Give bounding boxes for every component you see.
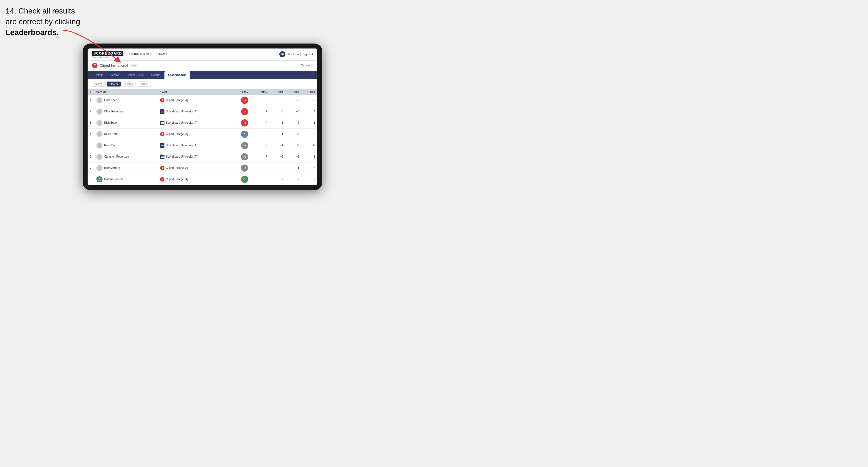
cell-total: +1 [229, 140, 251, 151]
cell-rank: 2 [88, 106, 94, 117]
cell-team: Scoreboard University [A] [158, 106, 229, 117]
cell-team: Scoreboard University [A] [158, 140, 229, 151]
svg-point-15 [98, 180, 100, 181]
svg-point-6 [99, 133, 100, 134]
score-badge: +11 [241, 176, 248, 183]
cell-total: +9 [229, 162, 251, 174]
cell-rd1: +2 [270, 174, 286, 185]
tablet-screen: SCOREBOARD Powered by clippd TOURNAMENTS… [88, 49, 317, 185]
score-badge: -2 [241, 119, 248, 126]
table-row: 6Cameron RobertsonScoreboard University … [88, 151, 317, 162]
cell-rank: 5 [88, 140, 94, 151]
table-row: 7Blair McHargCClippd College [A]+9F+2+1+… [88, 162, 317, 174]
team-name: Scoreboard University [A] [166, 110, 197, 113]
cell-player: Chris Robertson [94, 106, 158, 117]
player-name: Elliot Ebert [104, 99, 117, 102]
tab-teams[interactable]: Teams [107, 71, 123, 79]
cell-rd3: E [301, 140, 317, 151]
tab-course-setup[interactable]: Course Setup [123, 71, 147, 79]
cell-player: Cameron Robertson [94, 151, 158, 162]
score-badge: +6 [241, 153, 248, 160]
player-name: Chris Robertson [104, 110, 124, 113]
cell-thru: F [250, 140, 270, 151]
filter-players[interactable]: Players [106, 82, 121, 87]
cell-total: +11 [229, 174, 251, 185]
cell-total: -4 [229, 106, 251, 117]
cell-player: David Ford [94, 128, 158, 140]
svg-point-10 [99, 155, 100, 157]
team-name: Scoreboard University [A] [166, 121, 197, 124]
page-wrapper: 14. Check all results are correct by cli… [5, 5, 863, 190]
cell-rd3: +3 [301, 128, 317, 140]
svg-point-14 [99, 178, 100, 179]
player-avatar [96, 143, 102, 149]
player-name: Marcus Turners [104, 178, 123, 181]
cell-player: Marcus Turners [94, 174, 158, 185]
table-row: 4David FordCClippd College [A]EF+1-4+3 [88, 128, 317, 140]
team-name: Scoreboard University [A] [166, 144, 197, 147]
team-name: Clippd College [A] [166, 99, 188, 102]
cell-team: Scoreboard University [A] [158, 151, 229, 162]
table-row: 3Rich ButlerScoreboard University [A]-2F… [88, 117, 317, 128]
user-name: Test User | [287, 53, 301, 56]
top-nav: SCOREBOARD Powered by clippd TOURNAMENTS… [88, 49, 317, 61]
table-row: 8Marcus TurnersCClippd College [A]+11F+2… [88, 174, 317, 185]
table-row: 1Elliot EbertCClippd College [A]-8F+3-6-… [88, 95, 317, 106]
table-row: 2Chris RobertsonScoreboard University [A… [88, 106, 317, 117]
team-logo-clippd: C [160, 177, 164, 182]
score-badge: +1 [241, 142, 248, 149]
cell-rd1: +1 [270, 117, 286, 128]
nav-teams[interactable]: TEAMS [157, 52, 167, 57]
nav-tournaments[interactable]: TOURNAMENTS [129, 52, 152, 57]
cell-rd2: -6 [285, 95, 301, 106]
player-name: Cameron Robertson [104, 155, 129, 158]
cell-thru: F [250, 106, 270, 117]
leaderboard-table: # PLAYER TEAM TOTAL THRU RD1 RD2 RD3 1El… [88, 89, 317, 185]
cell-rd1: +3 [270, 95, 286, 106]
cell-thru: F [250, 128, 270, 140]
tab-leaderboards[interactable]: Leaderboards [164, 71, 190, 79]
cell-thru: F [250, 95, 270, 106]
filter-strokes[interactable]: Strokes [137, 82, 152, 87]
cell-thru: F [250, 162, 270, 174]
team-name: Scoreboard University [A] [166, 155, 197, 158]
col-thru: THRU [250, 89, 270, 95]
cell-rd1: +1 [270, 140, 286, 151]
cell-thru: F [250, 174, 270, 185]
col-rd2: RD2 [285, 89, 301, 95]
col-total: TOTAL [229, 89, 251, 95]
col-rank: # [88, 89, 94, 95]
cell-rd2: -4 [285, 128, 301, 140]
cancel-button[interactable]: Cancel ✕ [301, 64, 313, 67]
player-avatar [96, 165, 102, 171]
filter-teams[interactable]: Teams [92, 82, 105, 87]
cell-rank: 7 [88, 162, 94, 174]
team-logo-clippd: C [160, 166, 164, 170]
svg-point-0 [99, 99, 100, 100]
cancel-label: Cancel [301, 64, 310, 67]
nav-right: TU Test User | Sign out [279, 51, 313, 57]
col-player: PLAYER [94, 89, 158, 95]
cell-player: Rich Butler [94, 117, 158, 128]
team-logo-sb [160, 143, 164, 148]
tab-results[interactable]: Results [147, 71, 164, 79]
instruction-block: 14. Check all results are correct by cli… [5, 5, 80, 38]
filter-scores[interactable]: Scores [122, 82, 136, 87]
col-rd3: RD3 [301, 89, 317, 95]
player-avatar [96, 176, 102, 182]
cell-rd3: -1 [301, 151, 317, 162]
cell-rank: 4 [88, 128, 94, 140]
cell-rank: 6 [88, 151, 94, 162]
team-name: Clippd College [A] [166, 178, 188, 181]
svg-point-1 [98, 100, 100, 102]
tournament-bar: C Clippd Invitational Men Cancel ✕ [88, 61, 317, 71]
cell-team: CClippd College [A] [158, 162, 229, 174]
svg-point-3 [98, 112, 100, 113]
cell-team: CClippd College [A] [158, 174, 229, 185]
cell-team: CClippd College [A] [158, 95, 229, 106]
sign-out-link[interactable]: Sign out [303, 53, 313, 56]
instruction-arrow [61, 28, 121, 63]
tournament-left: C Clippd Invitational Men [92, 63, 138, 68]
player-name: Blair McHarg [104, 166, 120, 169]
tab-details[interactable]: Details [91, 71, 107, 79]
